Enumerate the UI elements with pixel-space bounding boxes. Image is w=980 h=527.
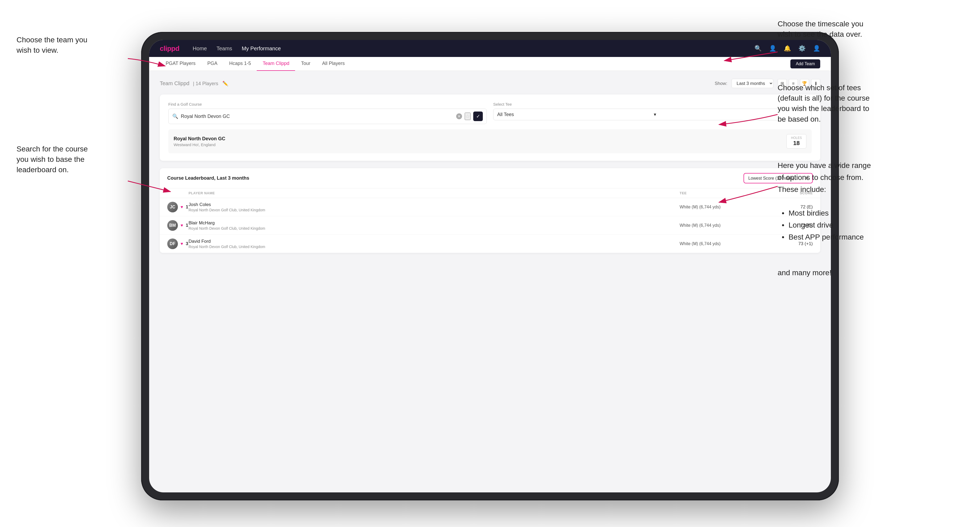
rank-cell-2: BM ♥ 1 bbox=[167, 220, 189, 231]
annotation-tee-right: Choose which set of tees(default is all)… bbox=[778, 83, 870, 124]
add-team-button[interactable]: Add Team bbox=[791, 59, 820, 68]
sub-nav-pgat[interactable]: PGAT Players bbox=[160, 57, 201, 71]
leaderboard-card: Course Leaderboard, Last 3 months Lowest… bbox=[160, 168, 820, 253]
player-club-1: Royal North Devon Golf Club, United King… bbox=[189, 208, 265, 212]
team-title: Team Clippd | 14 Players bbox=[160, 80, 220, 86]
annotation-middle-left: Search for the courseyou wish to base th… bbox=[16, 144, 88, 175]
rank-num-2: 1 bbox=[186, 223, 188, 228]
app-navbar: clippd Home Teams My Performance 🔍 👤 🔔 ⚙… bbox=[149, 40, 831, 57]
tee-cell-1: White (M) (6,744 yds) bbox=[679, 205, 759, 210]
favorite-button[interactable]: ☆ bbox=[465, 113, 471, 120]
course-result-location: Westward Ho!, England bbox=[173, 142, 225, 147]
player-row-2: BM ♥ 1 Blair McHarg Royal North Devon Go… bbox=[160, 216, 820, 235]
settings-icon[interactable]: ⚙️ bbox=[799, 45, 806, 52]
avatar-3: DF bbox=[167, 238, 178, 249]
tee-cell-3: White (M) (6,744 yds) bbox=[679, 241, 759, 246]
confirm-search-button[interactable]: ✓ bbox=[473, 111, 483, 121]
course-result-info: Royal North Devon GC Westward Ho!, Engla… bbox=[173, 136, 225, 147]
show-label: Show: bbox=[715, 81, 727, 86]
tee-select-dropdown[interactable]: All Tees ▾ bbox=[493, 109, 812, 120]
sub-nav-all-players[interactable]: All Players bbox=[317, 57, 351, 71]
app-logo: clippd bbox=[160, 44, 180, 53]
sub-nav-pga[interactable]: PGA bbox=[201, 57, 223, 71]
course-search-input[interactable] bbox=[181, 114, 453, 119]
tee-select-field: Select Tee All Tees ▾ bbox=[493, 102, 812, 120]
time-period-dropdown[interactable]: Last 3 months bbox=[732, 79, 773, 88]
player-row-1: JC ♥ 1 Josh Coles Royal North Devon Golf… bbox=[160, 198, 820, 216]
player-info-2: Blair McHarg Royal North Devon Golf Club… bbox=[189, 221, 679, 230]
player-name-1: Josh Coles bbox=[189, 202, 265, 207]
annotation-options-right: Here you have a wide rangeof options to … bbox=[778, 160, 871, 279]
course-search-wrap: 🔍 ✕ ☆ ✓ bbox=[168, 109, 487, 124]
search-icon[interactable]: 🔍 bbox=[754, 45, 762, 52]
clear-search-button[interactable]: ✕ bbox=[456, 113, 462, 119]
holes-number: 18 bbox=[791, 140, 802, 147]
tee-cell-2: White (M) (6,744 yds) bbox=[679, 223, 759, 228]
sub-nav-tour[interactable]: Tour bbox=[295, 57, 316, 71]
team-header: Team Clippd | 14 Players ✏️ Show: Last 3… bbox=[160, 79, 820, 88]
col-header-tee: TEE bbox=[679, 191, 759, 195]
course-search-field: Find a Golf Course 🔍 ✕ ☆ ✓ bbox=[168, 102, 487, 124]
player-row-3: DF ♥ 3 David Ford Royal North Devon Golf… bbox=[160, 235, 820, 253]
avatar-icon[interactable]: 👤 bbox=[813, 45, 820, 52]
rank-num-3: 3 bbox=[186, 241, 188, 246]
nav-home[interactable]: Home bbox=[193, 46, 207, 52]
tablet-frame: clippd Home Teams My Performance 🔍 👤 🔔 ⚙… bbox=[141, 32, 839, 500]
heart-icon-1: ♥ bbox=[181, 205, 183, 210]
select-tee-label: Select Tee bbox=[493, 102, 812, 106]
col-header-player: PLAYER NAME bbox=[189, 191, 679, 195]
bell-icon[interactable]: 🔔 bbox=[784, 45, 791, 52]
player-club-2: Royal North Devon Golf Club, United King… bbox=[189, 226, 265, 230]
avatar-2: BM bbox=[167, 220, 178, 231]
leaderboard-title: Course Leaderboard, Last 3 months bbox=[167, 175, 249, 181]
sub-nav-hcaps[interactable]: Hcaps 1-5 bbox=[223, 57, 257, 71]
holes-box: Holes 18 bbox=[786, 134, 807, 149]
annotation-top-left: Choose the team youwish to view. bbox=[16, 35, 88, 56]
search-icon-small: 🔍 bbox=[172, 113, 178, 119]
course-result: Royal North Devon GC Westward Ho!, Engla… bbox=[168, 129, 812, 153]
rank-cell-3: DF ♥ 3 bbox=[167, 238, 189, 249]
annotation-top-right: Choose the timescale youwish to see the … bbox=[778, 19, 863, 40]
leaderboard-header: Course Leaderboard, Last 3 months Lowest… bbox=[160, 168, 820, 189]
sub-navbar: PGAT Players PGA Hcaps 1-5 Team Clippd T… bbox=[149, 57, 831, 71]
holes-label: Holes bbox=[791, 136, 802, 140]
sub-nav-team-clippd[interactable]: Team Clippd bbox=[257, 57, 295, 71]
sub-nav-right: Add Team bbox=[791, 59, 820, 68]
edit-icon[interactable]: ✏️ bbox=[222, 81, 228, 86]
nav-links: Home Teams My Performance bbox=[193, 46, 281, 52]
table-header: PLAYER NAME TEE SCORE bbox=[160, 189, 820, 198]
player-club-3: Royal North Devon Golf Club, United King… bbox=[189, 244, 265, 249]
rank-cell-1: JC ♥ 1 bbox=[167, 202, 189, 213]
nav-teams[interactable]: Teams bbox=[216, 46, 232, 52]
player-info-1: Josh Coles Royal North Devon Golf Club, … bbox=[189, 202, 679, 212]
content-area: Team Clippd | 14 Players ✏️ Show: Last 3… bbox=[149, 71, 831, 261]
search-card: Find a Golf Course 🔍 ✕ ☆ ✓ Select Tee Al… bbox=[160, 94, 820, 161]
heart-icon-3: ♥ bbox=[181, 241, 183, 246]
col-header-rank bbox=[167, 191, 189, 195]
course-result-name: Royal North Devon GC bbox=[173, 136, 225, 141]
search-row: Find a Golf Course 🔍 ✕ ☆ ✓ Select Tee Al… bbox=[168, 102, 812, 124]
user-icon[interactable]: 👤 bbox=[769, 45, 776, 52]
team-title-wrap: Team Clippd | 14 Players ✏️ bbox=[160, 80, 228, 86]
player-name-3: David Ford bbox=[189, 239, 265, 244]
find-course-label: Find a Golf Course bbox=[168, 102, 487, 106]
tablet-screen: clippd Home Teams My Performance 🔍 👤 🔔 ⚙… bbox=[149, 40, 831, 492]
rank-num-1: 1 bbox=[186, 205, 188, 210]
nav-right-icons: 🔍 👤 🔔 ⚙️ 👤 bbox=[754, 45, 820, 52]
avatar-1: JC bbox=[167, 202, 178, 213]
heart-icon-2: ♥ bbox=[181, 223, 183, 228]
player-name-2: Blair McHarg bbox=[189, 221, 265, 226]
nav-my-performance[interactable]: My Performance bbox=[242, 46, 281, 52]
player-info-3: David Ford Royal North Devon Golf Club, … bbox=[189, 239, 679, 249]
